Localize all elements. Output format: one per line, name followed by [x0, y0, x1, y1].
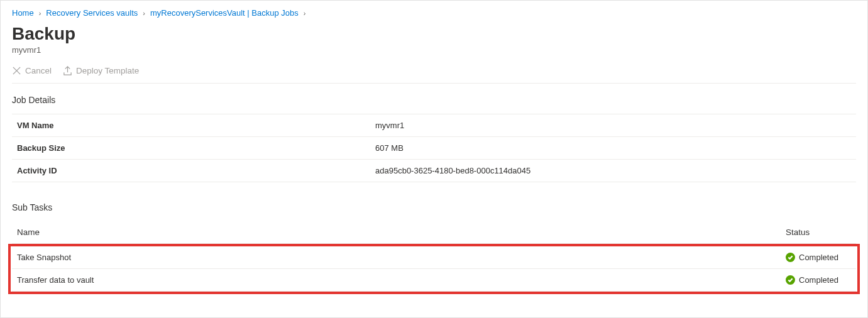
- detail-value: ada95cb0-3625-4180-bed8-000c114da045: [370, 160, 856, 182]
- close-icon: [12, 66, 21, 75]
- status-text: Completed: [799, 253, 838, 262]
- table-row: Activity ID ada95cb0-3625-4180-bed8-000c…: [12, 160, 856, 182]
- sub-tasks-heading: Sub Tasks: [12, 202, 856, 212]
- cancel-label: Cancel: [25, 66, 52, 75]
- chevron-right-icon: ›: [304, 9, 306, 17]
- table-row: Take Snapshot Completed: [12, 246, 856, 269]
- page-subtitle: myvmr1: [12, 45, 856, 55]
- sub-tasks-body: Take Snapshot Completed Transfer data to…: [12, 246, 856, 292]
- column-header-name[interactable]: Name: [12, 221, 781, 244]
- detail-label: Activity ID: [12, 160, 370, 182]
- breadcrumb-backup-jobs[interactable]: myRecoveryServicesVault | Backup Jobs: [150, 8, 299, 18]
- table-row: Transfer data to vault Completed: [12, 269, 856, 292]
- status-cell: Completed: [786, 275, 851, 285]
- status-text: Completed: [799, 275, 838, 285]
- breadcrumb-home[interactable]: Home: [12, 8, 34, 18]
- toolbar: Cancel Deploy Template: [12, 66, 856, 84]
- check-circle-icon: [786, 253, 795, 262]
- highlighted-region: Take Snapshot Completed Transfer data to…: [8, 244, 860, 294]
- job-details-table: VM Name myvmr1 Backup Size 607 MB Activi…: [12, 114, 856, 182]
- subtask-name: Transfer data to vault: [12, 269, 781, 292]
- detail-value: myvmr1: [370, 114, 856, 137]
- column-header-status[interactable]: Status: [781, 221, 856, 244]
- table-row: Backup Size 607 MB: [12, 137, 856, 160]
- job-details-heading: Job Details: [12, 95, 856, 105]
- breadcrumb-vaults[interactable]: Recovery Services vaults: [46, 8, 138, 18]
- sub-tasks-table: Name Status: [12, 221, 856, 244]
- deploy-template-button[interactable]: Deploy Template: [63, 66, 139, 75]
- detail-label: Backup Size: [12, 137, 370, 160]
- breadcrumb: Home › Recovery Services vaults › myReco…: [12, 8, 856, 18]
- upload-icon: [63, 66, 72, 75]
- status-cell: Completed: [786, 253, 851, 262]
- cancel-button[interactable]: Cancel: [12, 66, 52, 75]
- chevron-right-icon: ›: [39, 9, 41, 17]
- detail-label: VM Name: [12, 114, 370, 137]
- detail-value: 607 MB: [370, 137, 856, 160]
- page-title: Backup: [12, 24, 856, 44]
- subtask-name: Take Snapshot: [12, 246, 781, 269]
- check-circle-icon: [786, 275, 795, 285]
- chevron-right-icon: ›: [143, 9, 145, 17]
- deploy-label: Deploy Template: [76, 66, 139, 75]
- table-row: VM Name myvmr1: [12, 114, 856, 137]
